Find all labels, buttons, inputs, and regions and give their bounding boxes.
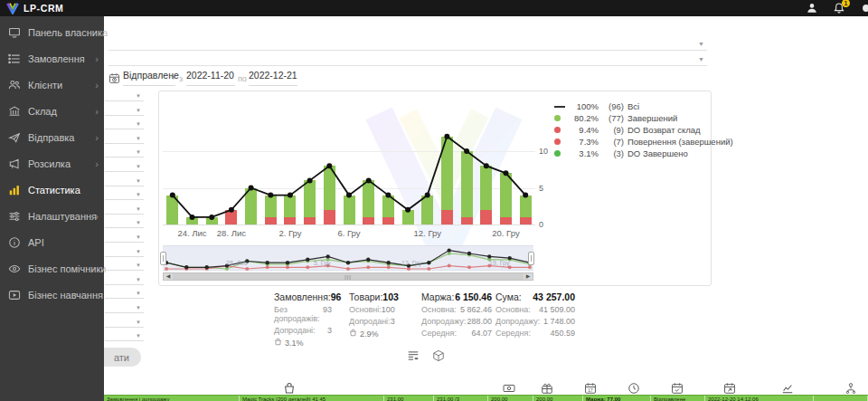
svg-text:17: 17 — [588, 388, 593, 393]
stat-row: Основні:100 — [349, 305, 394, 314]
stat-row: Середня:450.59 — [495, 329, 575, 338]
chart-legend: 100%(96)Всі80.2%(77)Завершений9.4%(9)DO … — [554, 100, 733, 159]
person-network-icon[interactable] — [844, 382, 857, 395]
mini-filter-select-5[interactable]: ▼ — [105, 144, 144, 158]
mini-filter-select-9[interactable]: ▼ — [105, 201, 144, 215]
mini-filter-select-11[interactable]: ▼ — [105, 229, 144, 243]
chart-scrollbar[interactable]: ◀ ▶ ||| — [163, 272, 533, 281]
mini-filter-select-3[interactable]: ▼ — [105, 116, 144, 129]
chevron-down-icon: ▼ — [136, 333, 141, 339]
sidebar-item-settings[interactable]: Налаштування› — [0, 203, 104, 229]
table-cell: 200.00 — [533, 396, 583, 401]
legend-dot-marker — [554, 150, 569, 157]
sidebar: Панель власникаЗамовлення›Клієнти›Склад›… — [0, 16, 104, 401]
mini-filter-select-4[interactable]: ▼ — [105, 130, 144, 144]
x-tick: 2. Гру — [278, 228, 301, 238]
date-from-value: 2022-11-20 — [186, 70, 234, 81]
sidebar-item-orders[interactable]: Замовлення› — [0, 45, 104, 72]
date-type-select[interactable]: Відправлене ▼ — [123, 70, 175, 86]
navigator-tick: 12. Гру — [401, 260, 421, 266]
sidebar-item-helpers[interactable]: Бізнес помічники — [0, 255, 104, 282]
table-cell: Замовлення і допродажу — [104, 396, 240, 401]
sidebar-item-label: Статистика — [28, 185, 80, 196]
mini-filter-select-7[interactable]: ▼ — [105, 173, 144, 186]
brand[interactable]: LP-CRM — [0, 2, 63, 14]
calendar-date-icon[interactable]: 17 — [584, 382, 597, 395]
stat-row: Допродажу:1 748.00 — [495, 317, 575, 326]
mini-filter-select-8[interactable]: ▼ — [105, 186, 144, 200]
legend-item-0[interactable]: 100%(96)Всі — [554, 100, 733, 112]
sidebar-item-clients[interactable]: Клієнти› — [0, 72, 104, 98]
settings-gear-icon[interactable] — [860, 2, 868, 14]
bell-icon[interactable]: 1 — [833, 2, 845, 14]
sidebar-item-mailing[interactable]: Розсилка› — [0, 150, 104, 177]
sidebar-item-label: Замовлення — [28, 53, 85, 64]
table-cell: Відправлене — [651, 396, 705, 401]
sidebar-item-warehouse[interactable]: Склад› — [0, 98, 104, 124]
sidebar-item-statistics[interactable]: Статистика — [0, 177, 104, 203]
chart-report-icon[interactable] — [781, 382, 794, 395]
navigator-tick: 5. Гру — [314, 260, 331, 266]
filter-select-2[interactable]: ▼ — [108, 48, 707, 66]
legend-count: (96) — [602, 101, 624, 111]
stat-value: 43 257.00 — [533, 291, 575, 302]
mini-filter-select-17[interactable]: ▼ — [105, 314, 144, 328]
package-icon[interactable] — [541, 382, 553, 395]
clock-icon[interactable] — [627, 382, 640, 395]
mini-filter-select-1[interactable]: ▼ — [105, 88, 144, 101]
helpers-icon — [8, 263, 21, 275]
calendar-check-icon[interactable] — [671, 382, 684, 395]
chart-navigator[interactable]: 28. Лис5. Гру12. Гру19. Гру — [163, 245, 533, 271]
legend-item-3[interactable]: 7.3%(7)Повернення (завершений) — [554, 136, 733, 148]
chevron-down-icon: ▼ — [136, 220, 141, 225]
mini-filter-select-6[interactable]: ▼ — [105, 158, 144, 172]
legend-item-4[interactable]: 3.1%(3)DO Завершено — [554, 148, 733, 159]
mini-filter-select-13[interactable]: ▼ — [105, 257, 144, 271]
stat-value: 103 — [382, 291, 399, 302]
bag-icon — [274, 338, 282, 348]
navigator-tick: 28. Лис — [226, 260, 248, 266]
report-list-icon[interactable] — [407, 349, 420, 362]
bag-icon[interactable] — [283, 382, 296, 395]
upsell-rate: 2.9% — [349, 329, 394, 339]
date-from-input[interactable]: 2022-11-20 — [186, 70, 235, 86]
mini-filter-select-12[interactable]: ▼ — [105, 243, 144, 257]
scroll-right-icon[interactable]: ▶ — [524, 273, 533, 280]
sidebar-item-training[interactable]: Бізнес навчання — [0, 282, 104, 308]
sidebar-item-api[interactable]: API — [0, 229, 104, 255]
legend-item-1[interactable]: 80.2%(77)Завершений — [554, 112, 733, 124]
mini-filter-select-14[interactable]: ▼ — [105, 272, 144, 285]
sidebar-item-shipping[interactable]: Відправка› — [0, 124, 104, 150]
chevron-down-icon: ▼ — [170, 74, 176, 81]
chevron-right-icon: › — [95, 53, 99, 64]
legend-item-2[interactable]: 9.4%(9)DO Возврат склад — [554, 124, 733, 136]
date-to-input[interactable]: 2022-12-21 — [249, 70, 297, 86]
mini-filter-select-16[interactable]: ▼ — [105, 300, 144, 313]
legend-percent: 3.1% — [569, 148, 599, 158]
sidebar-item-label: Бізнес помічники — [28, 263, 106, 274]
navigator-left-handle[interactable] — [160, 252, 166, 265]
navigator-mini-chart — [163, 246, 533, 272]
navigator-right-handle[interactable] — [528, 252, 534, 265]
calendar-arrow-icon[interactable] — [723, 382, 736, 395]
scroll-left-icon[interactable]: ◀ — [164, 273, 173, 280]
mini-filter-select-18[interactable]: ▼ — [105, 328, 144, 341]
training-icon — [8, 289, 21, 301]
sidebar-item-dashboard[interactable]: Панель власника — [0, 19, 104, 45]
mini-filter-select-2[interactable]: ▼ — [105, 102, 144, 116]
chevron-down-icon: ▼ — [136, 305, 141, 310]
scrollbar-grip[interactable]: ||| — [344, 273, 352, 281]
chevron-down-icon: ▼ — [136, 108, 141, 113]
table-row[interactable]: Замовлення і допродажуMagic Tracks (200 … — [104, 395, 868, 401]
legend-count: (9) — [602, 125, 624, 135]
chevron-down-icon: ▼ — [136, 192, 141, 197]
upsell-rate: 3.1% — [274, 338, 332, 348]
mini-filter-select-10[interactable]: ▼ — [105, 215, 144, 228]
cube-icon[interactable] — [432, 349, 445, 362]
banknote-icon[interactable] — [503, 382, 515, 395]
legend-percent: 7.3% — [569, 137, 599, 147]
mini-filter-select-15[interactable]: ▼ — [105, 285, 144, 299]
gridline-0 — [163, 224, 535, 225]
user-icon[interactable] — [806, 2, 818, 14]
chevron-right-icon: › — [95, 80, 99, 91]
